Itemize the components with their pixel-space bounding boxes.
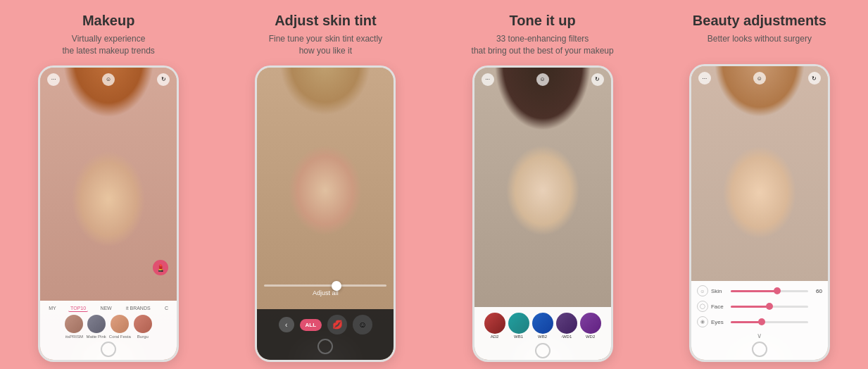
- skin-track[interactable]: [731, 290, 808, 292]
- lips-icon[interactable]: 💋: [327, 315, 347, 334]
- home-button-3[interactable]: [535, 343, 551, 358]
- filter-label-1: AD2: [491, 334, 499, 339]
- expand-icon[interactable]: ∨: [697, 332, 822, 339]
- face-thumb[interactable]: [766, 303, 773, 310]
- filter-label-2: WB1: [514, 334, 523, 339]
- slider-thumb[interactable]: [332, 281, 341, 291]
- phone-2-frame: Adjust all ‹ ALL 💋 ☺: [255, 65, 396, 362]
- phone-1-topbar: ··· ☺ ↻: [40, 73, 177, 86]
- tab-c[interactable]: C: [163, 305, 170, 312]
- skin-slider-row: ☺ Skin 60: [697, 285, 822, 296]
- more-icon[interactable]: ···: [47, 73, 60, 86]
- panel-makeup: Makeup Virtually experiencethe latest ma…: [0, 0, 217, 369]
- avatar-3-label: Coral Festa: [109, 334, 131, 339]
- filter-circle-2: [508, 313, 529, 334]
- filter-circle-5: [580, 313, 601, 334]
- phone-1-frame: ··· ☺ ↻ 💄 MY TOP10 NEW it BRANDS C itsPR…: [38, 65, 179, 362]
- face-icon-2[interactable]: ☺: [353, 315, 372, 334]
- filter-label-5: WD2: [586, 334, 595, 339]
- refresh-icon-3[interactable]: ↻: [591, 73, 604, 86]
- face-slider-row: ◯ Face: [697, 301, 822, 312]
- panel-4-subtitle: Better looks without surgery: [707, 33, 812, 56]
- eyes-slider-row: ◉ Eyes: [697, 316, 822, 327]
- panel-tone: Tone it up 33 tone-enhancing filtersthat…: [434, 0, 651, 369]
- eyes-thumb[interactable]: [758, 318, 765, 325]
- home-button-2[interactable]: [317, 339, 333, 354]
- all-pill[interactable]: ALL: [300, 319, 322, 331]
- avatar-4-label: Burgu: [137, 334, 149, 339]
- avatar-row: itsPRISM Matte Pink Coral Festa Burgu: [43, 315, 174, 339]
- skin-icon: ☺: [697, 285, 708, 296]
- filter-wd2[interactable]: WD2: [580, 313, 601, 339]
- filter-label-3: WB2: [538, 334, 547, 339]
- filter-wb2[interactable]: WB2: [532, 313, 553, 339]
- phone-3-bottom: AD2 WB1 WB2 -WD1: [474, 307, 611, 360]
- face-icon[interactable]: ☺: [102, 73, 115, 86]
- panel-3-title: Tone it up: [510, 13, 576, 29]
- phone-2-screen: Adjust all ‹ ALL 💋 ☺: [257, 68, 394, 360]
- avatar-3[interactable]: [111, 315, 129, 333]
- filter-label-4: -WD1: [561, 334, 572, 339]
- home-button-4[interactable]: [752, 342, 767, 357]
- face-track[interactable]: [731, 306, 808, 308]
- makeup-tabs: MY TOP10 NEW it BRANDS C: [43, 305, 174, 312]
- more-icon-4[interactable]: ···: [698, 72, 711, 85]
- filter-wd1[interactable]: -WD1: [556, 313, 577, 339]
- eyes-track[interactable]: [731, 321, 808, 323]
- phone-4-topbar: ··· ☺ ↻: [691, 72, 828, 85]
- panel-adjust-skin: Adjust skin tint Fine tune your skin tin…: [217, 0, 434, 369]
- prev-button[interactable]: ‹: [279, 317, 294, 332]
- phone-3-frame: ··· ☺ ↻ AD2 WB1 WB2: [472, 65, 613, 362]
- filter-ad2[interactable]: AD2: [484, 313, 505, 339]
- avatar-4[interactable]: [134, 315, 152, 333]
- avatar-1[interactable]: [65, 315, 83, 333]
- lipstick-icon[interactable]: 💄: [153, 260, 168, 275]
- tab-brands[interactable]: it BRANDS: [124, 305, 153, 312]
- skin-fill: [731, 290, 777, 292]
- filter-wb1[interactable]: WB1: [508, 313, 529, 339]
- skin-value: 60: [811, 288, 822, 294]
- face-icon-3[interactable]: ☺: [536, 73, 549, 86]
- face-beauty-icon: ◯: [697, 301, 708, 312]
- eyes-label: Eyes: [711, 319, 728, 325]
- panel-2-title: Adjust skin tint: [275, 13, 376, 29]
- face-fill: [731, 306, 769, 308]
- phone-1-bottom: MY TOP10 NEW it BRANDS C itsPRISM Matte …: [40, 301, 177, 360]
- p2-icons-row: ‹ ALL 💋 ☺: [263, 315, 388, 334]
- panel-2-subtitle: Fine tune your skin tint exactlyhow you …: [269, 33, 382, 57]
- beauty-sliders: ☺ Skin 60 ◯ Face: [697, 285, 822, 327]
- tab-top10[interactable]: TOP10: [68, 305, 88, 312]
- more-icon-3[interactable]: ···: [482, 73, 494, 86]
- tab-my[interactable]: MY: [46, 305, 58, 312]
- phone-1-screen: ··· ☺ ↻ 💄 MY TOP10 NEW it BRANDS C itsPR…: [40, 68, 177, 360]
- panel-3-subtitle: 33 tone-enhancing filtersthat bring out …: [472, 33, 614, 57]
- phone-4-screen: ··· ☺ ↻ ☺ Skin 60: [691, 66, 828, 360]
- refresh-icon-4[interactable]: ↻: [808, 72, 821, 85]
- home-button-1[interactable]: [101, 342, 116, 357]
- phone-2-bottom: ‹ ALL 💋 ☺: [257, 309, 394, 360]
- filter-circle-4: [556, 313, 577, 334]
- tab-new[interactable]: NEW: [98, 305, 113, 312]
- avatar-2[interactable]: [87, 315, 106, 333]
- panel-beauty: Beauty adjustments Better looks without …: [651, 0, 868, 369]
- skin-label: Skin: [711, 288, 728, 294]
- phone-4-frame: ··· ☺ ↻ ☺ Skin 60: [689, 64, 830, 362]
- avatar-2-label: Matte Pink: [86, 334, 106, 339]
- panel-1-title: Makeup: [82, 13, 134, 29]
- eyes-icon: ◉: [697, 316, 708, 327]
- filter-circle-3: [532, 313, 553, 334]
- phone-3-topbar: ··· ☺ ↻: [474, 73, 611, 86]
- filter-circle-1: [484, 313, 505, 334]
- panel-4-title: Beauty adjustments: [693, 13, 826, 29]
- phone-4-bottom: ☺ Skin 60 ◯ Face: [691, 281, 828, 360]
- slider-track: [264, 284, 386, 287]
- face-label: Face: [711, 304, 728, 310]
- refresh-icon[interactable]: ↻: [157, 73, 170, 86]
- filter-row: AD2 WB1 WB2 -WD1: [477, 310, 608, 340]
- skin-thumb[interactable]: [774, 287, 781, 294]
- skin-slider[interactable]: Adjust all: [264, 284, 386, 296]
- eyes-fill: [731, 321, 762, 323]
- phone-3-screen: ··· ☺ ↻ AD2 WB1 WB2: [474, 68, 611, 360]
- adjust-all-label: Adjust all: [264, 289, 386, 296]
- face-icon-4[interactable]: ☺: [753, 72, 766, 85]
